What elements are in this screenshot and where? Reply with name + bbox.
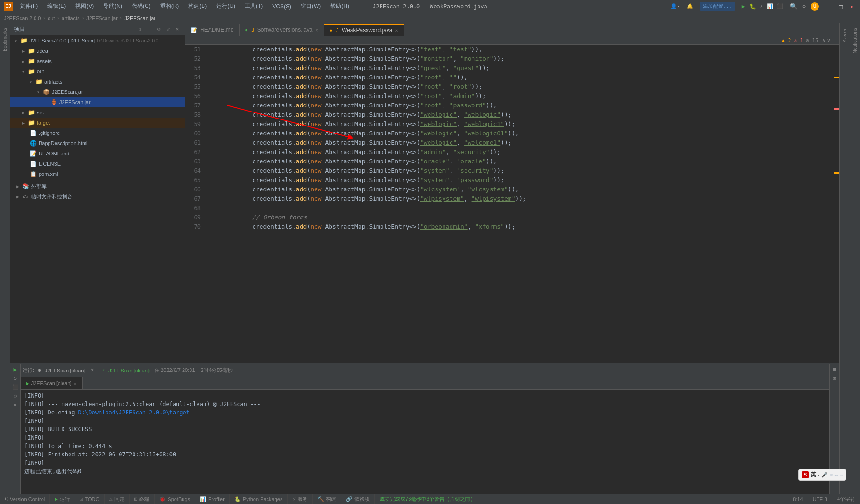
breadcrumb-artifacts[interactable]: artifacts xyxy=(62,15,80,21)
settings-icon[interactable]: ⚙ xyxy=(802,3,806,10)
sb-profiler[interactable]: 📊 Profiler xyxy=(195,494,230,504)
line-content-64[interactable]: credentials.add(new AbstractMap.SimpleEn… xyxy=(206,166,504,175)
run-settings-btn[interactable]: ⚙ xyxy=(12,392,19,399)
line-content-54[interactable]: credentials.add(new AbstractMap.SimpleEn… xyxy=(206,73,468,82)
notifications-panel-label[interactable]: Notifications xyxy=(853,25,858,56)
tab-wp-close[interactable]: ✕ xyxy=(395,28,398,33)
sb-services[interactable]: ⚡ 服务 xyxy=(288,494,313,504)
ime-keyboard[interactable]: ⌨ xyxy=(830,472,833,478)
floating-ime-widget[interactable]: S 英 · 🎤 ⌨ ✏ ⋯ xyxy=(798,469,846,481)
tab-softwareversions[interactable]: ● J SoftwareVersions.java ✕ xyxy=(240,24,324,36)
ime-lang[interactable]: 英 xyxy=(811,471,816,479)
run-close-btn[interactable]: ✕ xyxy=(12,401,19,408)
sidebar-settings[interactable]: ⚙ xyxy=(155,26,162,33)
console-link-target[interactable]: D:\Download\J2EEScan-2.0.0\target xyxy=(78,409,190,416)
sb-line-sep[interactable]: 4个字符 xyxy=(832,496,860,503)
tab-weakpassword[interactable]: ● J WeakPassword.java ✕ xyxy=(324,24,404,36)
tree-gitignore-item[interactable]: 📄 .gitignore xyxy=(10,128,185,138)
ime-pencil[interactable]: ✏ xyxy=(835,472,838,478)
ime-mic[interactable]: 🎤 xyxy=(821,472,828,478)
tree-out-item[interactable]: ▾ 📁 out xyxy=(10,66,185,77)
ime-dot1[interactable]: · xyxy=(818,472,819,478)
close-button[interactable]: ✕ xyxy=(848,2,856,11)
line-content-55[interactable]: credentials.add(new AbstractMap.SimpleEn… xyxy=(206,82,482,91)
tree-pom-item[interactable]: 📋 pom.xml xyxy=(10,169,185,179)
info-count[interactable]: ⊘ 15 xyxy=(806,37,818,43)
line-content-52[interactable]: credentials.add(new AbstractMap.SimpleEn… xyxy=(206,54,504,63)
breadcrumb-app[interactable]: J2EEScan-2.0.0 xyxy=(4,15,41,21)
minimize-button[interactable]: — xyxy=(825,2,834,11)
ime-dots[interactable]: ⋯ xyxy=(839,472,843,478)
sb-run[interactable]: ▶ 运行 xyxy=(50,494,75,504)
line-content-62[interactable]: credentials.add(new AbstractMap.SimpleEn… xyxy=(206,147,500,157)
menu-code[interactable]: 代码(C) xyxy=(129,2,154,10)
error-count[interactable]: ⚠ 1 xyxy=(794,37,803,43)
maven-label[interactable]: Maven xyxy=(842,23,848,46)
tree-j2eescan-jar-item[interactable]: 🏺 J2EEScan.jar xyxy=(10,97,185,107)
line-content-58[interactable]: credentials.add(new AbstractMap.SimpleEn… xyxy=(206,110,512,119)
tab-readme[interactable]: 📝 README.md xyxy=(185,24,240,36)
tree-target-item[interactable]: ▶ 📁 target xyxy=(10,118,185,128)
line-content-59[interactable]: credentials.add(new AbstractMap.SimpleEn… xyxy=(206,119,515,129)
maximize-button[interactable]: □ xyxy=(837,2,845,11)
sb-python-packages[interactable]: 🐍 Python Packages xyxy=(230,494,288,504)
run-config-name[interactable]: J2EEScan [clean] xyxy=(45,368,85,373)
run-stop-btn[interactable]: ⬛ xyxy=(12,383,19,391)
sidebar-close[interactable]: ✕ xyxy=(174,26,181,33)
code-editor[interactable]: 51 credentials.add(new AbstractMap.Simpl… xyxy=(185,45,839,363)
breadcrumb-jar2[interactable]: J2EEScan.jar xyxy=(124,15,155,21)
menu-refactor[interactable]: 重构(R) xyxy=(157,2,182,10)
menu-nav[interactable]: 导航(N) xyxy=(100,2,125,10)
sb-terminal[interactable]: ⊞ 终端 xyxy=(130,494,155,504)
sb-encoding[interactable]: UTF-8 xyxy=(808,497,832,502)
line-content-67[interactable]: credentials.add(new AbstractMap.SimpleEn… xyxy=(206,194,526,203)
sb-spotbugs[interactable]: 🐞 SpotBugs xyxy=(155,494,195,504)
menu-edit[interactable]: 编辑(E) xyxy=(44,2,69,10)
breadcrumb-jar1[interactable]: J2EEScan.jar xyxy=(86,15,118,21)
tree-assets-item[interactable]: ▶ 📁 assets xyxy=(10,56,185,66)
sb-build[interactable]: 🔨 构建 xyxy=(313,494,341,504)
warning-count[interactable]: ▲ 2 xyxy=(782,37,791,43)
add-config-btn[interactable]: 添加配置... xyxy=(700,2,735,11)
stop-icon[interactable]: ⬛ xyxy=(777,3,783,9)
tree-bappdesc-item[interactable]: 🌐 BappDescription.html xyxy=(10,138,185,148)
line-content-61[interactable]: credentials.add(new AbstractMap.SimpleEn… xyxy=(206,138,512,147)
bookmarks-label[interactable]: Bookmarks xyxy=(2,25,7,54)
menu-view[interactable]: 视图(V) xyxy=(72,2,97,10)
search-icon[interactable]: 🔍 xyxy=(790,3,797,10)
menu-vcs[interactable]: VCS(S) xyxy=(269,3,294,10)
console-wrap-btn[interactable]: ≡ xyxy=(831,365,839,373)
line-content-51[interactable]: credentials.add(new AbstractMap.SimpleEn… xyxy=(206,45,482,54)
menu-help[interactable]: 帮助(H) xyxy=(327,2,352,10)
run-restart-btn[interactable]: ▶ xyxy=(12,365,19,373)
tree-extlibs-item[interactable]: ▶ 📚 外部库 xyxy=(10,181,185,191)
menu-window[interactable]: 窗口(W) xyxy=(298,2,324,10)
line-content-60[interactable]: credentials.add(new AbstractMap.SimpleEn… xyxy=(206,129,519,138)
tree-src-item[interactable]: ▶ 📁 src xyxy=(10,107,185,118)
sb-problems[interactable]: ⚠ 问题 xyxy=(105,494,130,504)
tree-artifacts-item[interactable]: ▾ 📁 artifacts xyxy=(10,77,185,87)
tree-scratch-item[interactable]: ▶ 🗂 临时文件和控制台 xyxy=(10,191,185,202)
run-debug-icon[interactable]: 🐛 xyxy=(749,3,756,10)
line-content-57[interactable]: credentials.add(new AbstractMap.SimpleEn… xyxy=(206,101,497,110)
line-content-65[interactable]: credentials.add(new AbstractMap.SimpleEn… xyxy=(206,175,504,185)
user-avatar[interactable]: U xyxy=(811,2,819,11)
profile-icon[interactable]: 📊 xyxy=(767,3,773,9)
tab-sv-close[interactable]: ✕ xyxy=(316,28,318,33)
run-play-icon[interactable]: ▶ xyxy=(742,3,746,10)
user-icon[interactable]: 👤▾ xyxy=(670,3,680,9)
line-content-68[interactable] xyxy=(206,203,212,213)
bottom-tab-run[interactable]: ▶ J2EEScan [clean] ✕ xyxy=(21,377,83,389)
menu-build[interactable]: 构建(B) xyxy=(185,2,210,10)
sb-deps[interactable]: 🔗 依赖项 xyxy=(341,494,375,504)
breadcrumb-out[interactable]: out xyxy=(48,15,55,21)
run-tab-close[interactable]: ✕ xyxy=(73,381,76,386)
menu-tools[interactable]: 工具(T) xyxy=(242,2,266,10)
sb-version-control[interactable]: ⑆ Version Control xyxy=(0,494,50,504)
sb-todo[interactable]: ☑ TODO xyxy=(75,494,105,504)
line-content-53[interactable]: credentials.add(new AbstractMap.SimpleEn… xyxy=(206,63,490,73)
run-close-x[interactable]: ✕ xyxy=(90,367,94,373)
console-filter-btn[interactable]: ⊞ xyxy=(831,374,839,382)
tree-readme-item[interactable]: 📝 README.md xyxy=(10,148,185,159)
tree-root-item[interactable]: ▾ 📁 J2EEScan-2.0.0 [J2EEScan] D:\Downloa… xyxy=(10,35,185,46)
